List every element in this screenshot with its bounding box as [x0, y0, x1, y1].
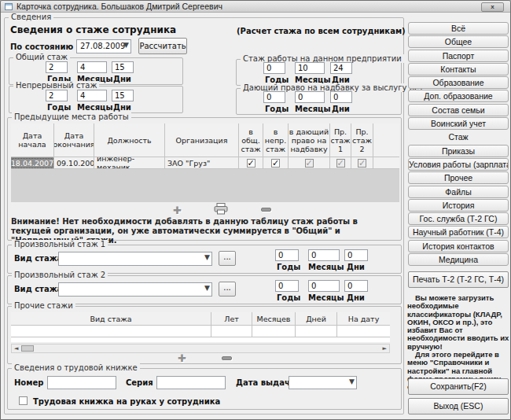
- sidebar-item-gov-service[interactable]: Гос. служба (Т-2 ГС): [408, 212, 509, 225]
- sidebar-item-passport[interactable]: Паспорт: [408, 50, 509, 62]
- continuous-years-field[interactable]: [46, 90, 68, 101]
- column-header: Организация: [165, 123, 239, 157]
- custom1-days-field[interactable]: [344, 249, 368, 261]
- print-icon[interactable]: [214, 203, 228, 218]
- custom2-years-field[interactable]: [275, 280, 299, 292]
- enterprise-stint-group: Стаж работы на данном предприятии Годы М…: [236, 59, 402, 86]
- custom2-days-field[interactable]: [344, 280, 368, 292]
- allowance-months-field[interactable]: [295, 91, 325, 103]
- scroll-left-icon[interactable]: ◄: [14, 345, 18, 352]
- print-t2-button[interactable]: Печать Т-2 (Т-2 ГС, Т-4): [408, 271, 509, 288]
- total-months-field[interactable]: [77, 61, 107, 73]
- allowance-stint-group: Дающий право на надбавку за выслугу лет …: [236, 88, 402, 115]
- sidebar-item-family[interactable]: Состав семьи: [408, 104, 509, 116]
- custom1-years-field[interactable]: [275, 249, 299, 261]
- days-label: Дни: [113, 103, 131, 112]
- enterprise-months-field[interactable]: [295, 62, 325, 74]
- horizontal-scrollbar[interactable]: ◄ ►: [11, 344, 390, 353]
- empty-cell[interactable]: [11, 326, 211, 337]
- issued-date-combo[interactable]: ▼: [289, 376, 357, 389]
- total-days-field[interactable]: [112, 61, 134, 73]
- section-nav: Всё Общее Паспорт Контакты Образование Д…: [408, 22, 509, 266]
- cell-pr2[interactable]: [351, 157, 373, 169]
- info-panel-legend: Сведения: [9, 13, 53, 21]
- sidebar-item-general[interactable]: Общее: [408, 35, 509, 48]
- exit-button[interactable]: Выход (ESC): [408, 398, 509, 414]
- cell-organization[interactable]: ЗАО "Груз": [165, 157, 239, 169]
- scrollbar-thumb[interactable]: [21, 345, 34, 352]
- browse-button[interactable]: ...: [219, 282, 236, 297]
- workbook-legend: Сведения о трудовой книжке: [12, 363, 140, 372]
- sidebar-item-military[interactable]: Воинский учет: [408, 117, 509, 130]
- cell-position[interactable]: инженер-механик: [94, 157, 165, 169]
- add-row-icon[interactable]: ✚: [178, 352, 186, 364]
- column-header: Дней: [296, 312, 337, 326]
- sidebar-item-files[interactable]: Файлы: [408, 186, 509, 198]
- chevron-down-icon: ▼: [204, 284, 210, 292]
- kind-combo[interactable]: ▼: [58, 282, 212, 297]
- sidebar-item-extra-education[interactable]: Доп. образование: [408, 90, 509, 102]
- other-stints-table[interactable]: Вид стажа Лет Месяцев Дней На дату: [11, 312, 390, 342]
- years-label: Годы: [277, 293, 300, 302]
- close-button[interactable]: x: [481, 2, 504, 12]
- number-label: Номер: [14, 378, 43, 387]
- kind-combo[interactable]: ▼: [58, 252, 212, 266]
- column-header: На дату: [337, 312, 390, 326]
- browse-button[interactable]: ...: [219, 251, 236, 266]
- window-title: Карточка сотрудника. Большаков Дмитрий С…: [17, 2, 222, 11]
- remove-row-icon[interactable]: [222, 356, 232, 360]
- empty-cell[interactable]: [211, 326, 252, 337]
- days-label: Дни: [113, 75, 131, 83]
- add-row-icon[interactable]: ✚: [173, 204, 182, 216]
- cell-in-continuous[interactable]: [263, 157, 289, 169]
- empty-cell[interactable]: [337, 326, 390, 337]
- custom-stint-1-legend: Произвольный стаж 1: [12, 240, 108, 249]
- sidebar-item-education[interactable]: Образование: [408, 76, 509, 89]
- kind-label: Вид стажа: [14, 285, 62, 293]
- allowance-years-field[interactable]: [263, 91, 285, 103]
- in-total-checkbox[interactable]: [247, 159, 256, 168]
- cell-pr1[interactable]: [330, 157, 351, 169]
- years-label: Годы: [265, 105, 289, 113]
- cell-date-end[interactable]: 09.10.2008: [54, 157, 94, 169]
- sidebar-item-misc[interactable]: Прочее: [408, 171, 509, 184]
- months-label: Месяцы: [308, 263, 344, 271]
- sidebar-item-orders[interactable]: Приказы: [408, 145, 509, 157]
- sidebar-item-contact-history[interactable]: История контактов: [408, 240, 509, 252]
- sidebar-item-contacts[interactable]: Контакты: [408, 63, 509, 76]
- sidebar-item-history[interactable]: История: [408, 199, 509, 212]
- sidebar-item-science-worker[interactable]: Научный работник (Т-4): [408, 226, 509, 238]
- cell-in-allowance[interactable]: [289, 157, 330, 169]
- allowance-days-field[interactable]: [330, 91, 352, 103]
- continuous-months-field[interactable]: [77, 90, 107, 101]
- previous-jobs-table[interactable]: Дата начала Дата окончания Должность Орг…: [11, 123, 399, 202]
- custom1-months-field[interactable]: [308, 249, 340, 261]
- classifiers-hint: Вы можете загрузить необходимые классифи…: [407, 294, 509, 392]
- enterprise-days-field[interactable]: [330, 62, 352, 74]
- sidebar-item-work-conditions[interactable]: Условия работы (зарплата): [408, 158, 509, 171]
- remove-row-icon[interactable]: [261, 208, 271, 212]
- scroll-right-icon[interactable]: ►: [383, 345, 387, 352]
- series-field[interactable]: [156, 376, 226, 389]
- in-continuous-checkbox[interactable]: [271, 159, 280, 168]
- empty-cell[interactable]: [252, 326, 296, 337]
- calculate-button[interactable]: Рассчитать: [138, 38, 187, 54]
- sidebar-item-all[interactable]: Всё: [408, 22, 509, 35]
- total-years-field[interactable]: [46, 61, 68, 73]
- sidebar-item-medicine[interactable]: Медицина: [408, 253, 509, 266]
- cell-in-total[interactable]: [239, 157, 263, 169]
- sidebar-item-stint[interactable]: Стаж: [408, 131, 509, 143]
- as-of-date-combo[interactable]: 27.08.2009 ▼: [76, 39, 131, 53]
- on-hands-checkbox[interactable]: [19, 396, 28, 405]
- employee-card-window: Карточка сотрудника. Большаков Дмитрий С…: [0, 0, 511, 420]
- enterprise-years-field[interactable]: [263, 62, 285, 74]
- table-row[interactable]: 18.04.2007 09.10.2008 инженер-механик ЗА…: [11, 157, 399, 169]
- issued-label: Дата выдачи: [236, 378, 296, 387]
- cell-date-start[interactable]: 18.04.2007: [11, 157, 54, 169]
- continuous-days-field[interactable]: [112, 90, 134, 101]
- number-field[interactable]: [47, 376, 116, 389]
- custom2-months-field[interactable]: [308, 280, 340, 292]
- empty-cell[interactable]: [296, 326, 337, 337]
- empty-table-row[interactable]: [11, 326, 390, 337]
- save-button[interactable]: Сохранить(F2): [408, 378, 509, 395]
